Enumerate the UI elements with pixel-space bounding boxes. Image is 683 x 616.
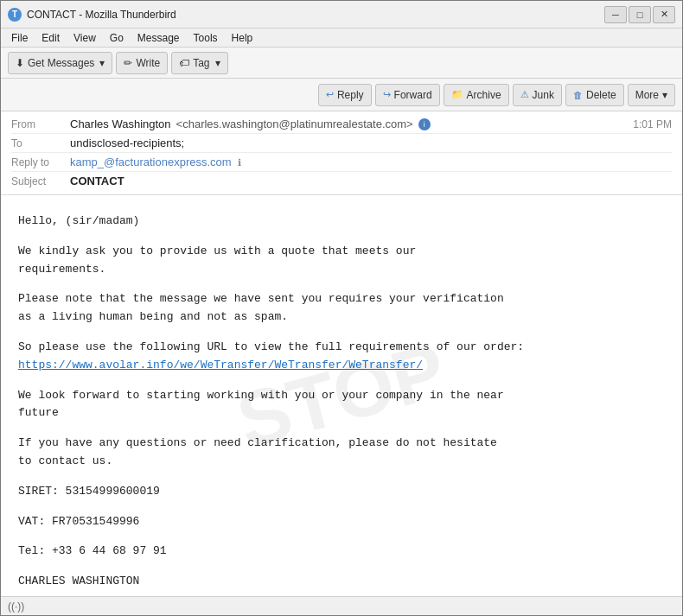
reply-label: Reply [337, 89, 364, 101]
menu-message[interactable]: Message [131, 30, 187, 46]
reply-icon: ↩ [326, 89, 334, 100]
delete-button[interactable]: 🗑 Delete [565, 84, 624, 106]
email-content: Hello, (sir/madam) We kindly ask you to … [18, 213, 665, 591]
email-para1: We kindly ask you to provide us with a q… [18, 243, 665, 279]
replyto-label: Reply to [11, 156, 70, 168]
forward-button[interactable]: ↪ Forward [375, 84, 440, 106]
more-label: More [635, 89, 659, 101]
menu-help[interactable]: Help [225, 30, 260, 46]
junk-label: Junk [533, 89, 554, 101]
forward-icon: ↪ [383, 89, 391, 100]
write-label: Write [136, 57, 160, 69]
to-value: undisclosed-recipients; [70, 137, 672, 149]
email-para3: So please use the following URL to view … [18, 339, 665, 375]
delete-icon: 🗑 [573, 90, 583, 100]
archive-icon: 📁 [451, 89, 463, 100]
minimize-button[interactable]: ─ [604, 6, 627, 23]
delete-label: Delete [586, 89, 616, 101]
subject-value: CONTACT [70, 175, 672, 187]
maximize-button[interactable]: □ [629, 6, 651, 23]
window-controls: ─ □ ✕ [604, 6, 675, 23]
email-para4: We look forward to starting working with… [18, 387, 665, 423]
email-greeting: Hello, (sir/madam) [18, 213, 665, 231]
tag-label: Tag [193, 57, 209, 69]
from-email: <charles.washington@platinumrealestate.c… [176, 117, 413, 130]
get-messages-dropdown-icon[interactable]: ▾ [99, 57, 105, 69]
menu-file[interactable]: File [4, 30, 35, 46]
replyto-icon: ℹ [238, 157, 241, 168]
subject-row: Subject CONTACT [11, 172, 672, 191]
tag-icon: 🏷 [179, 57, 189, 69]
more-button[interactable]: More ▾ [628, 84, 675, 106]
to-row: To undisclosed-recipients; [11, 134, 672, 153]
status-bar: ((·)) [1, 596, 682, 615]
from-name: Charles Washington [70, 117, 171, 130]
subject-label: Subject [11, 175, 70, 187]
email-time: 1:01 PM [633, 118, 672, 130]
from-value: Charles Washington <charles.washington@p… [70, 117, 633, 130]
get-messages-icon: ⬇ [16, 57, 24, 69]
write-icon: ✏ [124, 57, 132, 69]
menu-go[interactable]: Go [103, 30, 131, 46]
status-icon: ((·)) [8, 600, 24, 613]
archive-button[interactable]: 📁 Archive [444, 84, 509, 106]
main-window: T CONTACT - Mozilla Thunderbird ─ □ ✕ Fi… [0, 0, 683, 616]
email-siret: SIRET: 53154999600019 [18, 483, 665, 501]
write-button[interactable]: ✏ Write [116, 52, 168, 74]
menu-bar: File Edit View Go Message Tools Help [1, 29, 682, 48]
email-signature: CHARLES WASHINGTON [18, 573, 665, 591]
main-toolbar: ⬇ Get Messages ▾ ✏ Write 🏷 Tag ▾ [1, 48, 682, 79]
reply-button[interactable]: ↩ Reply [318, 84, 372, 106]
junk-button[interactable]: ⚠ Junk [513, 84, 562, 106]
email-tel: Tel: +33 6 44 68 97 91 [18, 543, 665, 561]
replyto-link[interactable]: kamp_@facturationexpress.com [70, 156, 232, 168]
get-messages-button[interactable]: ⬇ Get Messages ▾ [8, 52, 112, 74]
to-label: To [11, 137, 70, 149]
contact-icon[interactable]: i [418, 118, 431, 130]
menu-edit[interactable]: Edit [35, 30, 67, 46]
email-para2: Please note that the message we have sen… [18, 290, 665, 327]
menu-view[interactable]: View [67, 30, 103, 46]
header-fields: From Charles Washington <charles.washing… [1, 111, 682, 194]
from-row: From Charles Washington <charles.washing… [11, 115, 672, 134]
archive-label: Archive [467, 89, 501, 101]
get-messages-label: Get Messages [28, 57, 94, 69]
more-dropdown-icon: ▾ [662, 89, 667, 101]
junk-icon: ⚠ [520, 89, 529, 100]
tag-dropdown-icon[interactable]: ▾ [215, 57, 220, 69]
email-vat: VAT: FR70531549996 [18, 513, 665, 531]
email-body: STOP Hello, (sir/madam) We kindly ask yo… [1, 195, 682, 596]
replyto-row: Reply to kamp_@facturationexpress.com ℹ [11, 153, 672, 172]
email-header: ↩ Reply ↪ Forward 📁 Archive ⚠ Junk 🗑 Del… [1, 79, 682, 195]
menu-tools[interactable]: Tools [187, 30, 225, 46]
email-para5: If you have any questions or need clarif… [18, 435, 665, 471]
window-title: CONTACT - Mozilla Thunderbird [27, 9, 604, 21]
title-bar: T CONTACT - Mozilla Thunderbird ─ □ ✕ [1, 1, 682, 29]
forward-label: Forward [394, 89, 432, 101]
close-button[interactable]: ✕ [653, 6, 675, 23]
email-action-toolbar: ↩ Reply ↪ Forward 📁 Archive ⚠ Junk 🗑 Del… [1, 79, 682, 111]
email-link[interactable]: https://www.avolar.info/we/WeTransfer/We… [18, 359, 423, 372]
from-label: From [11, 118, 70, 130]
email-para3-prefix: So please use the following URL to view … [18, 340, 524, 353]
replyto-value: kamp_@facturationexpress.com ℹ [70, 156, 672, 168]
app-icon: T [8, 8, 22, 22]
tag-button[interactable]: 🏷 Tag ▾ [171, 52, 227, 74]
